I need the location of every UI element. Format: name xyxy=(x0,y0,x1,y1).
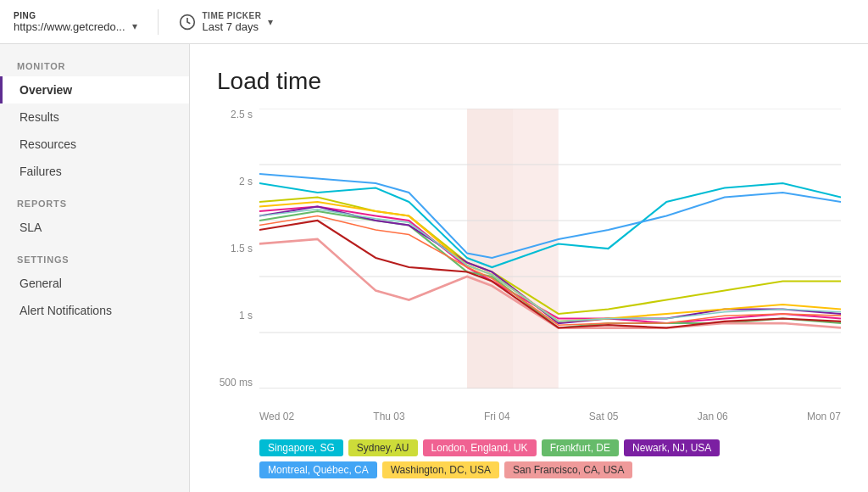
sidebar-item-sla[interactable]: SLA xyxy=(0,214,189,241)
chart-inner xyxy=(259,109,841,389)
y-axis-label: 1 s xyxy=(239,310,253,321)
legend: Singapore, SGSydney, AULondon, England, … xyxy=(217,439,841,478)
x-axis-label: Mon 07 xyxy=(807,411,841,422)
svg-rect-2 xyxy=(513,109,559,389)
ping-selector[interactable]: PING https://www.getcredo... ▾ xyxy=(14,11,137,33)
y-axis-label: 1.5 s xyxy=(231,243,253,254)
x-axis-label: Fri 04 xyxy=(484,411,510,422)
legend-item: Sydney, AU xyxy=(348,439,418,456)
sidebar-item-general[interactable]: General xyxy=(0,270,189,297)
timepicker-chevron-icon: ▾ xyxy=(268,16,273,28)
legend-item: Singapore, SG xyxy=(259,439,343,456)
sidebar: MONITOROverviewResultsResourcesFailuresR… xyxy=(0,44,190,492)
x-axis-label: Wed 02 xyxy=(259,411,294,422)
y-axis-label: 2.5 s xyxy=(231,109,253,120)
legend-item: London, England, UK xyxy=(423,439,537,456)
timepicker-value: Last 7 days xyxy=(203,20,262,33)
legend-item: Frankfurt, DE xyxy=(542,439,619,456)
y-axis-label: 2 s xyxy=(239,176,253,187)
legend-item: San Francisco, CA, USA xyxy=(504,461,632,478)
legend-item: Montreal, Québec, CA xyxy=(259,461,377,478)
chart-area: 2.5 s2 s1.5 s1 s500 ms xyxy=(217,109,841,431)
content-area: Load time 2.5 s2 s1.5 s1 s500 ms xyxy=(190,44,868,492)
sidebar-item-overview[interactable]: Overview xyxy=(0,76,189,103)
legend-item: Washington, DC, USA xyxy=(382,461,499,478)
main-layout: MONITOROverviewResultsResourcesFailuresR… xyxy=(0,44,868,492)
y-axis-label: 500 ms xyxy=(220,377,253,389)
x-axis-label: Thu 03 xyxy=(373,411,404,422)
sidebar-item-results[interactable]: Results xyxy=(0,103,189,131)
sidebar-item-alert-notifications[interactable]: Alert Notifications xyxy=(0,297,189,324)
top-bar-divider xyxy=(158,9,159,35)
chart-title: Load time xyxy=(217,68,841,95)
svg-rect-1 xyxy=(467,109,513,389)
time-picker[interactable]: TIME PICKER Last 7 days ▾ xyxy=(179,11,274,33)
x-axis-label: Sat 05 xyxy=(589,411,619,422)
top-bar: PING https://www.getcredo... ▾ TIME PICK… xyxy=(0,0,868,44)
sidebar-item-resources[interactable]: Resources xyxy=(0,131,189,158)
clock-icon xyxy=(179,14,196,31)
chart-svg xyxy=(259,109,841,389)
y-axis: 2.5 s2 s1.5 s1 s500 ms xyxy=(217,109,259,389)
x-axis: Wed 02Thu 03Fri 04Sat 05Jan 06Mon 07 xyxy=(259,411,841,422)
sidebar-section-reports: REPORTS xyxy=(0,198,189,209)
legend-item: Newark, NJ, USA xyxy=(624,439,720,456)
x-axis-label: Jan 06 xyxy=(698,411,728,422)
ping-label: PING xyxy=(14,11,137,20)
timepicker-label: TIME PICKER xyxy=(203,11,262,20)
sidebar-section-settings: SETTINGS xyxy=(0,254,189,265)
sidebar-item-failures[interactable]: Failures xyxy=(0,158,189,185)
sidebar-section-monitor: MONITOR xyxy=(0,61,189,71)
ping-chevron-icon: ▾ xyxy=(132,20,137,32)
ping-url: https://www.getcredo... xyxy=(14,20,125,33)
